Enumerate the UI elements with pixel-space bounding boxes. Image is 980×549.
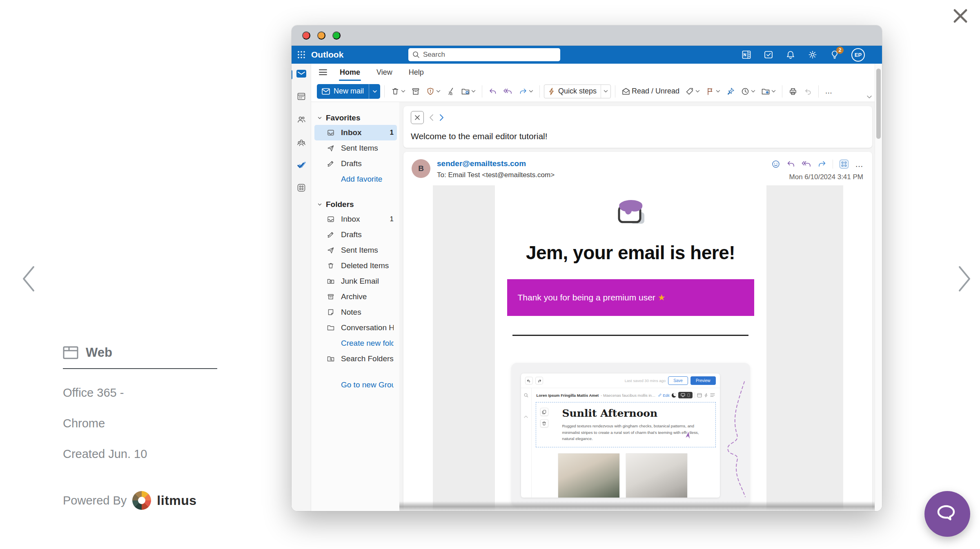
editor-search-button[interactable] (524, 393, 528, 398)
outlook-brand: Outlook (311, 50, 343, 60)
archive-button[interactable] (409, 84, 422, 98)
editor-undo-button[interactable] (525, 377, 533, 385)
sidebar-item-deleted[interactable]: Deleted Items (314, 258, 397, 273)
quick-steps-dropdown[interactable] (601, 85, 610, 98)
reply-button[interactable] (486, 84, 499, 98)
editor-collapse-button[interactable] (524, 416, 528, 418)
editor-redo-button[interactable] (535, 377, 543, 385)
tab-view[interactable]: View (376, 65, 393, 80)
chat-bubble-icon (937, 504, 958, 524)
rail-calendar-button[interactable] (296, 91, 306, 101)
tips-button[interactable]: 2 (829, 49, 840, 60)
sidebar-item-conversation-history[interactable]: Conversation History (314, 320, 397, 336)
sidebar-item-search-folders[interactable]: Search Folders (314, 351, 397, 367)
report-button[interactable] (424, 84, 443, 98)
folders-header[interactable]: Folders (314, 198, 397, 211)
create-new-folder-link[interactable]: Create new folder (314, 336, 397, 351)
window-close-light[interactable] (302, 31, 310, 40)
new-mail-dropdown[interactable] (369, 84, 380, 99)
snooze-button[interactable] (739, 84, 757, 98)
new-mail-button[interactable]: New mail (317, 84, 380, 99)
add-favorite-link[interactable]: Add favorite (314, 171, 397, 187)
categorize-button[interactable] (683, 84, 702, 98)
undo-button[interactable] (801, 84, 814, 98)
account-avatar[interactable]: EP (851, 48, 865, 62)
sidebar-item-sent[interactable]: Sent Items (314, 242, 397, 258)
onenote-feed-button[interactable] (741, 49, 752, 60)
rules-button[interactable] (759, 84, 778, 98)
app-launcher-button[interactable] (292, 46, 311, 64)
sidebar-item-favorite-inbox[interactable]: Inbox 1 (314, 125, 397, 140)
next-preview-button[interactable] (956, 264, 973, 294)
rail-people-button[interactable] (296, 115, 306, 124)
reply-message-button[interactable] (786, 160, 795, 168)
hamburger-button[interactable] (318, 69, 327, 76)
editor-outline-button[interactable] (710, 393, 715, 397)
message-date: Mon 6/10/2024 3:41 PM (771, 173, 863, 181)
sweep-button[interactable] (444, 84, 457, 98)
delete-block-button[interactable] (540, 419, 548, 427)
sidebar-item-archive[interactable]: Archive (314, 289, 397, 305)
sidebar-item-inbox[interactable]: Inbox 1 (314, 211, 397, 227)
window-minimize-light[interactable] (317, 31, 325, 40)
previous-preview-button[interactable] (20, 264, 38, 294)
quick-steps-button[interactable]: Quick steps (544, 84, 611, 98)
move-to-button[interactable] (459, 84, 478, 98)
chevron-down-icon (317, 115, 323, 121)
forward-button[interactable] (517, 84, 535, 98)
notifications-button[interactable] (785, 49, 796, 60)
device-toggle[interactable] (678, 392, 693, 398)
close-preview-button[interactable] (950, 6, 971, 27)
scrollbar-thumb[interactable] (876, 69, 881, 139)
sender-address-link[interactable]: sender@emailtests.com (437, 159, 526, 168)
sidebar-item-drafts[interactable]: Drafts (314, 227, 397, 242)
rail-apps-button[interactable] (296, 183, 306, 193)
hamburger-icon (318, 69, 327, 76)
pin-button[interactable] (724, 84, 737, 98)
sidebar-item-notes[interactable]: Notes (314, 305, 397, 320)
rail-todo-button[interactable] (296, 161, 306, 169)
delete-button[interactable] (389, 84, 408, 98)
window-zoom-light[interactable] (332, 31, 341, 40)
reply-all-message-button[interactable] (802, 160, 811, 168)
collapse-ribbon-button[interactable] (866, 94, 872, 100)
editor-code-button[interactable] (704, 393, 708, 398)
editor-preview-button[interactable]: Preview (690, 376, 716, 385)
previous-message-button[interactable] (429, 113, 434, 122)
pin-icon (726, 87, 735, 96)
tab-home[interactable]: Home (339, 65, 361, 80)
sidebar-item-favorite-sent[interactable]: Sent Items (314, 140, 397, 156)
chevron-down-icon (529, 90, 533, 93)
message-apps-button[interactable] (839, 159, 849, 169)
help-beacon-button[interactable] (924, 491, 970, 537)
more-message-actions-button[interactable]: … (855, 160, 863, 169)
reactions-button[interactable] (771, 160, 780, 169)
rail-mail-button[interactable] (296, 69, 307, 78)
close-message-button[interactable] (411, 111, 424, 124)
settings-button[interactable] (807, 49, 818, 60)
app-scrollbar[interactable] (875, 64, 882, 511)
print-button[interactable] (786, 84, 800, 98)
sender-avatar[interactable]: B (412, 159, 430, 178)
sidebar-item-favorite-drafts[interactable]: Drafts (314, 156, 397, 171)
rail-groups-button[interactable] (296, 138, 306, 148)
dark-mode-icon[interactable] (672, 393, 676, 398)
forward-message-button[interactable] (817, 160, 826, 168)
todo-button[interactable] (763, 49, 774, 60)
next-message-button[interactable] (439, 113, 444, 122)
tab-help[interactable]: Help (408, 65, 425, 80)
read-unread-button[interactable]: Read / Unread (619, 84, 682, 98)
chevron-down-icon (695, 90, 700, 93)
duplicate-block-button[interactable] (540, 408, 548, 416)
flag-button[interactable] (704, 84, 722, 98)
editor-edit-subject-button[interactable]: Edit (658, 393, 669, 398)
go-to-new-groups-link[interactable]: Go to new Groups (314, 377, 397, 393)
favorites-header[interactable]: Favorites (314, 111, 397, 125)
reply-all-button[interactable] (501, 84, 515, 98)
more-ribbon-button[interactable]: … (823, 84, 834, 98)
search-input[interactable]: Search (408, 48, 560, 61)
editor-save-button[interactable]: Save (668, 376, 688, 385)
editor-blocks-button[interactable] (697, 393, 702, 398)
reply-icon (786, 160, 795, 168)
sidebar-item-junk[interactable]: Junk Email (314, 273, 397, 289)
